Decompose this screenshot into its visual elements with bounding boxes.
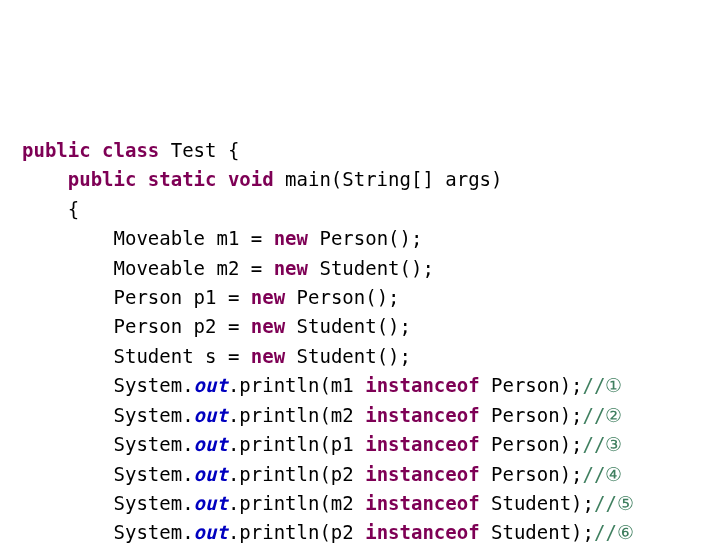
indent xyxy=(22,433,114,455)
code-line-2: public static void main(String[] args) xyxy=(22,165,680,194)
code-text: Person); xyxy=(480,463,583,485)
static-field: out xyxy=(194,404,228,426)
code-line-6: Person p1 = new Person(); xyxy=(22,283,680,312)
code-text: System. xyxy=(114,521,194,543)
code-line-1: public class Test { xyxy=(22,136,680,165)
static-field: out xyxy=(194,492,228,514)
indent xyxy=(22,521,114,543)
keyword: instanceof xyxy=(365,492,479,514)
code-text: System. xyxy=(114,463,194,485)
indent xyxy=(22,286,114,308)
keyword: new xyxy=(274,227,308,249)
code-text: System. xyxy=(114,492,194,514)
code-line-10: System.out.println(m2 instanceof Person)… xyxy=(22,401,680,430)
code-text: Person p2 = xyxy=(114,315,251,337)
keyword: instanceof xyxy=(365,433,479,455)
comment: //④ xyxy=(583,463,623,485)
code-text: .println(p2 xyxy=(228,463,365,485)
code-line-7: Person p2 = new Student(); xyxy=(22,312,680,341)
code-text: Person); xyxy=(480,374,583,396)
keyword: new xyxy=(251,286,285,308)
code-text: { xyxy=(68,198,79,220)
indent xyxy=(22,168,68,190)
code-line-3: { xyxy=(22,195,680,224)
code-text: Person p1 = xyxy=(114,286,251,308)
static-field: out xyxy=(194,374,228,396)
code-line-13: System.out.println(m2 instanceof Student… xyxy=(22,489,680,518)
code-text: Moveable m2 = xyxy=(114,257,274,279)
code-text: Student(); xyxy=(285,345,411,367)
static-field: out xyxy=(194,463,228,485)
keyword: instanceof xyxy=(365,463,479,485)
code-line-11: System.out.println(p1 instanceof Person)… xyxy=(22,430,680,459)
indent xyxy=(22,345,114,367)
code-line-8: Student s = new Student(); xyxy=(22,342,680,371)
keyword: new xyxy=(251,345,285,367)
comment: //② xyxy=(583,404,623,426)
code-line-12: System.out.println(p2 instanceof Person)… xyxy=(22,460,680,489)
code-text: .println(p1 xyxy=(228,433,365,455)
code-line-14: System.out.println(p2 instanceof Student… xyxy=(22,518,680,546)
code-text: .println(m1 xyxy=(228,374,365,396)
static-field: out xyxy=(194,433,228,455)
comment: //① xyxy=(583,374,623,396)
code-text: main(String[] args) xyxy=(274,168,503,190)
code-text: Student(); xyxy=(308,257,434,279)
code-text: Person); xyxy=(480,404,583,426)
code-text: System. xyxy=(114,374,194,396)
code-text: System. xyxy=(114,433,194,455)
keyword: new xyxy=(274,257,308,279)
code-text: System. xyxy=(114,404,194,426)
indent xyxy=(22,227,114,249)
code-text: Test { xyxy=(159,139,239,161)
keyword: instanceof xyxy=(365,521,479,543)
keyword: instanceof xyxy=(365,374,479,396)
indent xyxy=(22,198,68,220)
code-text: Person(); xyxy=(285,286,399,308)
comment: //③ xyxy=(583,433,623,455)
code-line-5: Moveable m2 = new Student(); xyxy=(22,254,680,283)
indent xyxy=(22,463,114,485)
code-text: .println(m2 xyxy=(228,492,365,514)
keyword: public class xyxy=(22,139,159,161)
code-text: Student s = xyxy=(114,345,251,367)
indent xyxy=(22,315,114,337)
keyword: instanceof xyxy=(365,404,479,426)
keyword: public static void xyxy=(68,168,274,190)
static-field: out xyxy=(194,521,228,543)
comment: //⑤ xyxy=(594,492,634,514)
code-text: .println(p2 xyxy=(228,521,365,543)
code-text: .println(m2 xyxy=(228,404,365,426)
code-text: Person); xyxy=(480,433,583,455)
indent xyxy=(22,492,114,514)
code-text: Student); xyxy=(480,492,594,514)
code-text: Person(); xyxy=(308,227,422,249)
indent xyxy=(22,374,114,396)
code-line-9: System.out.println(m1 instanceof Person)… xyxy=(22,371,680,400)
comment: //⑥ xyxy=(594,521,634,543)
keyword: new xyxy=(251,315,285,337)
code-line-4: Moveable m1 = new Person(); xyxy=(22,224,680,253)
code-text: Moveable m1 = xyxy=(114,227,274,249)
indent xyxy=(22,257,114,279)
indent xyxy=(22,404,114,426)
code-text: Student); xyxy=(480,521,594,543)
code-block: public class Test { public static void m… xyxy=(22,136,680,546)
code-text: Student(); xyxy=(285,315,411,337)
